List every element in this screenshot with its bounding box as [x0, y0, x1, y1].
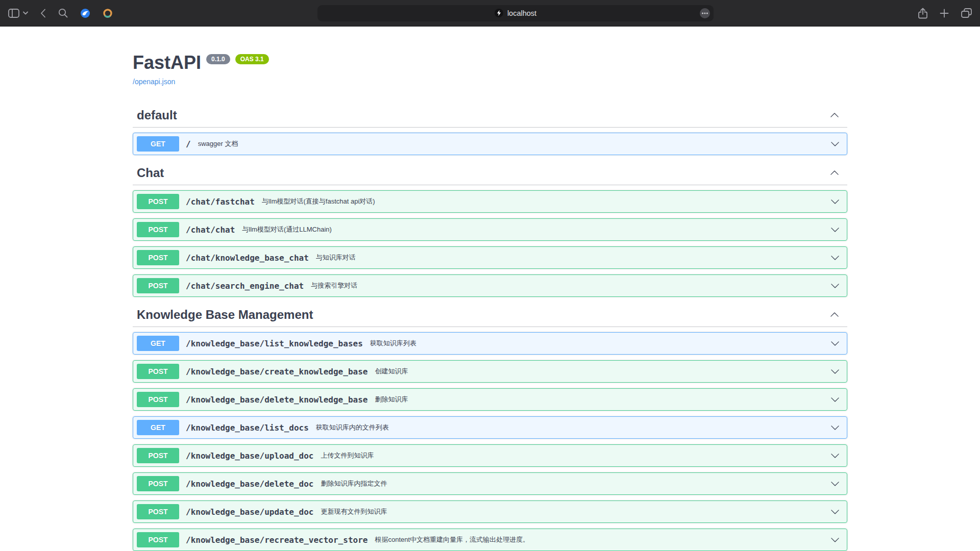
method-badge: POST — [137, 194, 179, 209]
operation-summary: 与搜索引擎对话 — [311, 281, 825, 290]
chevron-down-icon[interactable] — [830, 451, 840, 460]
back-icon[interactable] — [40, 9, 46, 18]
page-menu-icon[interactable] — [699, 8, 710, 19]
section-header-knowledge-base-management[interactable]: Knowledge Base Management — [133, 305, 847, 327]
method-badge: POST — [137, 222, 179, 237]
operation-summary: 更新现有文件到知识库 — [321, 507, 825, 516]
operation-summary: 获取知识库列表 — [370, 339, 825, 348]
operation-path: /knowledge_base/upload_doc — [186, 451, 313, 461]
api-info: FastAPI 0.1.0 OAS 3.1 /openapi.json — [133, 52, 847, 86]
openapi-spec-link[interactable]: /openapi.json — [133, 78, 175, 86]
chevron-down-icon[interactable] — [830, 395, 840, 404]
method-badge: POST — [137, 476, 179, 491]
operation-row[interactable]: GET /knowledge_base/list_docs 获取知识库内的文件列… — [133, 416, 847, 439]
chevron-up-icon[interactable] — [830, 310, 839, 319]
oas-badge: OAS 3.1 — [235, 54, 269, 64]
operation-summary: 与知识库对话 — [316, 253, 825, 262]
operation-summary: 创建知识库 — [375, 367, 825, 376]
section-title: Chat — [137, 165, 164, 181]
share-icon[interactable] — [918, 8, 927, 19]
search-icon[interactable] — [58, 8, 68, 18]
operation-row[interactable]: POST /knowledge_base/delete_doc 删除知识库内指定… — [133, 472, 847, 495]
operation-summary: 与llm模型对话(直接与fastchat api对话) — [262, 197, 825, 206]
method-badge: POST — [137, 250, 179, 265]
chevron-down-icon[interactable] — [830, 479, 840, 488]
api-title: FastAPI — [133, 52, 201, 73]
operation-path: /chat/chat — [186, 225, 235, 235]
tab-overview-icon[interactable] — [961, 8, 972, 18]
operation-path: /chat/knowledge_base_chat — [186, 253, 309, 263]
section-header-default[interactable]: default — [133, 106, 847, 128]
operation-path: /knowledge_base/update_doc — [186, 507, 313, 517]
chevron-up-icon[interactable] — [830, 111, 839, 120]
operation-summary: swagger 文档 — [198, 139, 825, 148]
operation-row[interactable]: POST /chat/knowledge_base_chat 与知识库对话 — [133, 246, 847, 269]
operation-path: /knowledge_base/delete_doc — [186, 479, 313, 489]
operation-summary: 与llm模型对话(通过LLMChain) — [242, 225, 825, 234]
new-tab-icon[interactable] — [940, 9, 949, 18]
browser-toolbar: localhost — [0, 0, 980, 27]
chevron-down-icon[interactable] — [830, 281, 840, 290]
operation-path: /knowledge_base/create_knowledge_base — [186, 367, 368, 377]
chevron-down-icon[interactable] — [830, 423, 840, 432]
method-badge: POST — [137, 392, 179, 407]
chevron-down-icon[interactable] — [830, 197, 840, 206]
chevron-down-icon[interactable] — [830, 225, 840, 234]
version-badge: 0.1.0 — [206, 54, 230, 64]
method-badge: POST — [137, 504, 179, 519]
chevron-down-icon[interactable] — [830, 367, 840, 376]
operation-summary: 获取知识库内的文件列表 — [316, 423, 825, 432]
operation-row[interactable]: GET /knowledge_base/list_knowledge_bases… — [133, 332, 847, 355]
operation-row[interactable]: POST /chat/fastchat 与llm模型对话(直接与fastchat… — [133, 190, 847, 213]
section-title: Knowledge Base Management — [137, 307, 313, 322]
operation-summary: 删除知识库内指定文件 — [321, 479, 825, 488]
sidebar-chevron-down-icon[interactable] — [23, 11, 28, 15]
address-text: localhost — [507, 9, 536, 17]
operation-row[interactable]: POST /knowledge_base/delete_knowledge_ba… — [133, 388, 847, 411]
method-badge: POST — [137, 364, 179, 379]
chevron-down-icon[interactable] — [830, 507, 840, 516]
operation-path: / — [186, 139, 191, 149]
operation-path: /chat/fastchat — [186, 197, 255, 207]
method-badge: POST — [137, 448, 179, 463]
sidebar-toggle-icon[interactable] — [8, 9, 19, 18]
operation-summary: 上传文件到知识库 — [321, 451, 825, 460]
section-header-chat[interactable]: Chat — [133, 163, 847, 185]
site-favicon-icon — [495, 9, 503, 17]
operation-summary: 删除知识库 — [375, 395, 825, 404]
section-title: default — [137, 108, 177, 123]
operation-row[interactable]: POST /chat/chat 与llm模型对话(通过LLMChain) — [133, 218, 847, 241]
operation-path: /knowledge_base/delete_knowledge_base — [186, 395, 368, 405]
operation-path: /knowledge_base/recreate_vector_store — [186, 535, 368, 545]
operation-row[interactable]: POST /knowledge_base/upload_doc 上传文件到知识库 — [133, 444, 847, 467]
method-badge: GET — [137, 136, 179, 152]
chevron-down-icon[interactable] — [830, 253, 840, 262]
extension-bird-icon[interactable] — [80, 8, 90, 18]
operation-path: /knowledge_base/list_knowledge_bases — [186, 339, 363, 348]
chevron-down-icon[interactable] — [830, 339, 840, 348]
address-bar[interactable]: localhost — [317, 5, 714, 21]
operation-row[interactable]: GET / swagger 文档 — [133, 133, 847, 155]
operation-summary: 根据content中文档重建向量库，流式输出处理进度。 — [375, 535, 825, 544]
operation-row[interactable]: POST /knowledge_base/create_knowledge_ba… — [133, 360, 847, 383]
operation-row[interactable]: POST /chat/search_engine_chat 与搜索引擎对话 — [133, 274, 847, 297]
chevron-up-icon[interactable] — [830, 168, 839, 178]
chevron-down-icon[interactable] — [830, 139, 840, 148]
operation-path: /knowledge_base/list_docs — [186, 423, 309, 433]
chevron-down-icon[interactable] — [830, 535, 840, 544]
operation-path: /chat/search_engine_chat — [186, 281, 304, 291]
operation-row[interactable]: POST /knowledge_base/update_doc 更新现有文件到知… — [133, 500, 847, 523]
swagger-page: FastAPI 0.1.0 OAS 3.1 /openapi.json defa… — [0, 27, 980, 551]
operation-row[interactable]: POST /knowledge_base/recreate_vector_sto… — [133, 529, 847, 551]
method-badge: GET — [137, 420, 179, 435]
method-badge: POST — [137, 532, 179, 547]
extension-ring-icon[interactable] — [103, 8, 113, 18]
page-title: FastAPI 0.1.0 OAS 3.1 — [133, 52, 847, 73]
method-badge: GET — [137, 336, 179, 351]
method-badge: POST — [137, 278, 179, 293]
